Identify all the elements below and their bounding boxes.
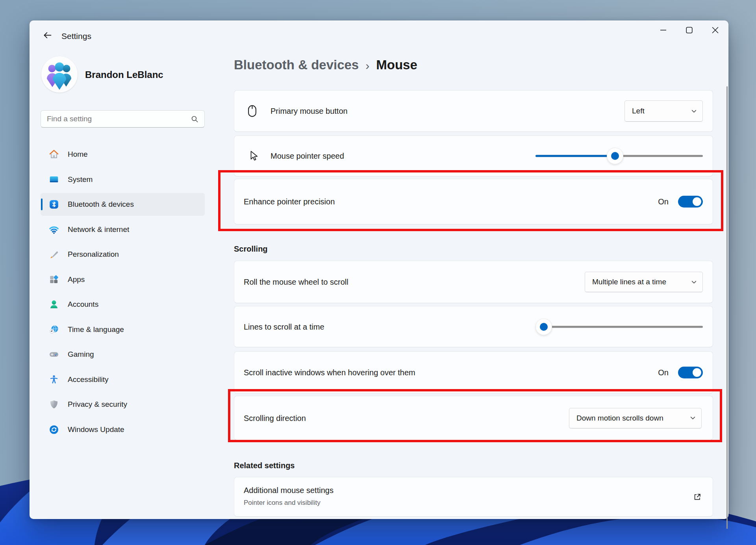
pointer-speed-card: Mouse pointer speed — [234, 135, 713, 176]
close-icon — [712, 27, 719, 33]
lines-to-scroll-card: Lines to scroll at a time — [234, 306, 713, 347]
slider-track[interactable] — [536, 326, 703, 328]
back-button[interactable] — [39, 26, 56, 44]
chevron-down-icon — [691, 280, 697, 284]
sidebar-item-time-language[interactable]: Time & language — [41, 318, 205, 341]
desktop: Settings — [0, 0, 756, 545]
sidebar-item-system[interactable]: System — [41, 168, 205, 191]
minimize-icon — [660, 27, 667, 33]
roll-wheel-dropdown[interactable]: Multiple lines at a time — [585, 272, 703, 292]
sidebar-item-label: Gaming — [68, 350, 94, 359]
chevron-down-icon — [690, 416, 695, 420]
bluetooth-icon — [48, 199, 59, 210]
sidebar-item-label: Time & language — [68, 325, 124, 334]
time-language-icon — [48, 324, 59, 335]
setting-label: Lines to scroll at a time — [244, 322, 324, 331]
scroll-inactive-card: Scroll inactive windows when hovering ov… — [234, 351, 713, 394]
sidebar-item-gaming[interactable]: Gaming — [41, 343, 205, 366]
setting-label: Mouse pointer speed — [271, 152, 344, 161]
cursor-icon — [248, 150, 259, 161]
apps-icon — [48, 274, 59, 285]
roll-wheel-card: Roll the mouse wheel to scroll Multiple … — [234, 261, 713, 303]
toggle-state-label: On — [658, 368, 669, 377]
setting-sublabel: Pointer icons and visibility — [244, 499, 321, 507]
sidebar-item-windows-update[interactable]: Windows Update — [41, 418, 205, 441]
user-name: Brandon LeBlanc — [85, 69, 163, 80]
section-title-related: Related settings — [234, 461, 295, 470]
search-box — [41, 110, 205, 128]
sidebar-nav: Home System — [41, 143, 205, 443]
enhance-precision-toggle-group: On — [658, 196, 703, 208]
setting-label: Roll the mouse wheel to scroll — [244, 278, 348, 287]
additional-mouse-settings-card[interactable]: Additional mouse settings Pointer icons … — [234, 477, 713, 517]
mouse-icon — [248, 105, 257, 117]
sidebar-item-label: Network & internet — [68, 225, 129, 234]
maximize-button[interactable] — [676, 21, 702, 39]
slider-thumb[interactable] — [536, 319, 552, 335]
scroll-inactive-toggle[interactable] — [678, 367, 703, 378]
search-icon — [191, 115, 198, 123]
windows-update-icon — [48, 424, 59, 435]
toggle-knob — [693, 368, 701, 377]
sidebar-item-label: System — [68, 175, 93, 184]
setting-label: Scrolling direction — [244, 413, 306, 423]
external-link-icon — [693, 493, 702, 501]
back-arrow-icon — [43, 30, 52, 40]
sidebar-item-label: Apps — [68, 275, 85, 284]
sidebar-item-network-internet[interactable]: Network & internet — [41, 218, 205, 241]
sidebar-item-privacy-security[interactable]: Privacy & security — [41, 393, 205, 416]
sidebar-item-label: Privacy & security — [68, 400, 127, 409]
dropdown-value: Multiple lines at a time — [585, 278, 687, 286]
window-title: Settings — [61, 32, 91, 41]
enhance-precision-toggle[interactable] — [678, 196, 703, 208]
toggle-knob — [693, 197, 701, 206]
minimize-button[interactable] — [650, 21, 676, 39]
sidebar-item-personalization[interactable]: Personalization — [41, 243, 205, 266]
slider-fill — [536, 155, 615, 157]
setting-label: Additional mouse settings — [244, 486, 334, 495]
setting-label: Primary mouse button — [271, 107, 348, 116]
lines-to-scroll-slider[interactable] — [536, 318, 703, 336]
sidebar-item-bluetooth-devices[interactable]: Bluetooth & devices — [41, 193, 205, 216]
page-title: Mouse — [376, 57, 417, 72]
primary-button-dropdown[interactable]: Left — [624, 100, 703, 122]
settings-window: Settings — [30, 20, 728, 519]
personalization-icon — [48, 249, 59, 260]
slider-thumb[interactable] — [607, 148, 623, 164]
setting-label: Enhance pointer precision — [244, 197, 335, 206]
sidebar-item-apps[interactable]: Apps — [41, 268, 205, 291]
enhance-precision-card: Enhance pointer precision On — [234, 179, 713, 224]
scroll-inactive-toggle-group: On — [658, 367, 703, 378]
avatar[interactable] — [41, 56, 78, 93]
sidebar-item-label: Accessibility — [68, 375, 108, 384]
maximize-icon — [686, 27, 693, 33]
sidebar-item-accessibility[interactable]: Accessibility — [41, 368, 205, 391]
privacy-security-icon — [48, 399, 59, 410]
network-icon — [48, 224, 59, 235]
scrolling-direction-dropdown[interactable]: Down motion scrolls down — [569, 408, 702, 428]
breadcrumb-separator-icon: › — [365, 58, 369, 72]
sidebar-item-label: Windows Update — [68, 425, 124, 434]
breadcrumb: Bluetooth & devices › Mouse — [234, 57, 417, 72]
pointer-speed-slider[interactable] — [536, 147, 703, 165]
sidebar-item-label: Personalization — [68, 250, 119, 259]
family-avatar-icon — [41, 56, 78, 93]
sidebar-item-home[interactable]: Home — [41, 143, 205, 166]
search-input[interactable] — [41, 115, 191, 123]
sidebar-item-label: Accounts — [68, 300, 98, 309]
close-button[interactable] — [702, 21, 728, 39]
setting-label: Scroll inactive windows when hovering ov… — [244, 368, 415, 377]
breadcrumb-parent[interactable]: Bluetooth & devices — [234, 57, 359, 72]
dropdown-value: Left — [625, 107, 687, 115]
gaming-icon — [48, 349, 59, 360]
sidebar-item-accounts[interactable]: Accounts — [41, 293, 205, 316]
toggle-state-label: On — [658, 197, 669, 206]
section-title-scrolling: Scrolling — [234, 245, 268, 254]
scrollbar[interactable] — [726, 86, 728, 529]
sidebar-item-label: Home — [68, 150, 88, 159]
chevron-down-icon — [691, 109, 697, 113]
system-icon — [48, 174, 59, 185]
dropdown-value: Down motion scrolls down — [569, 414, 686, 423]
home-icon — [48, 149, 59, 160]
accessibility-icon — [48, 374, 59, 385]
